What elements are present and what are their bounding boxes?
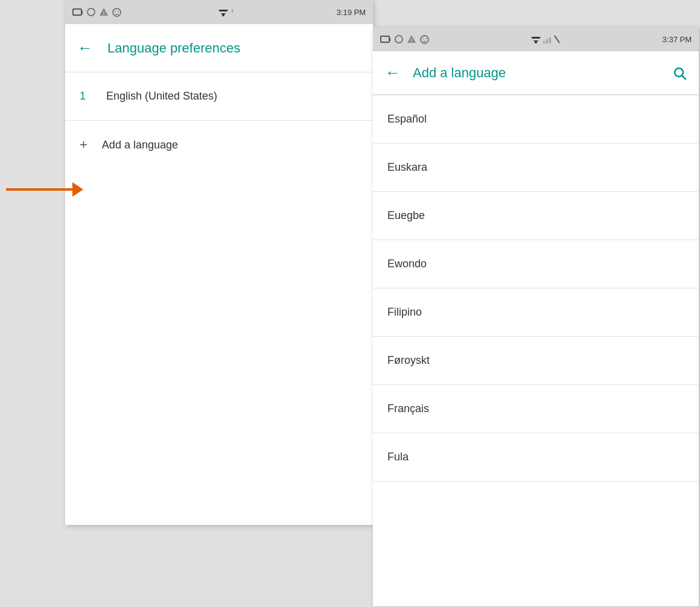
language-list-item-name: Euegbe xyxy=(387,209,425,222)
back-button-left[interactable]: ← xyxy=(77,39,93,57)
language-list-item-name: Français xyxy=(387,402,429,415)
face-icon-right xyxy=(420,35,429,44)
svg-point-5 xyxy=(113,8,121,16)
language-list-item[interactable]: Ewondo xyxy=(373,240,699,288)
page-title-right: Add a language xyxy=(413,65,506,81)
language-list-item-name: Føroyskt xyxy=(387,354,430,367)
language-list-item[interactable]: Føroyskt xyxy=(373,337,699,385)
left-panel: ! 3:19 PM ← xyxy=(65,0,373,525)
status-signal-right xyxy=(531,35,560,43)
language-list-item[interactable]: Euskara xyxy=(373,144,699,192)
svg-rect-13 xyxy=(381,36,389,42)
rect-icon xyxy=(72,8,83,16)
svg-point-19 xyxy=(422,38,424,39)
language-list-item[interactable]: Fula xyxy=(373,433,699,481)
language-item-english[interactable]: 1 English (United States) xyxy=(65,72,373,121)
svg-point-6 xyxy=(115,11,116,12)
language-list-right: EspañolEuskaraEuegbeEwondoFilipinoFøroys… xyxy=(373,95,699,606)
language-list-item-name: Euskara xyxy=(387,161,427,174)
language-name-english: English (United States) xyxy=(106,90,217,103)
signal-bars-right xyxy=(543,35,552,43)
app-bar-right-left: ← Add a language xyxy=(385,63,506,82)
language-list-item[interactable]: Filipino xyxy=(373,288,699,337)
status-icons-signal xyxy=(218,8,239,16)
status-time-right: 3:37 PM xyxy=(663,35,692,44)
rect-icon-right xyxy=(380,36,391,43)
right-panel: ! 3 xyxy=(373,27,699,606)
arrow-annotation xyxy=(6,182,83,197)
status-icons-right-left: ! xyxy=(380,34,429,44)
svg-point-18 xyxy=(421,36,428,43)
plus-icon: + xyxy=(80,137,88,153)
signal-icon xyxy=(231,8,239,16)
svg-rect-27 xyxy=(549,37,551,43)
svg-rect-25 xyxy=(543,41,545,43)
language-number: 1 xyxy=(80,90,92,103)
arrow-line xyxy=(6,188,72,191)
search-icon[interactable] xyxy=(672,66,687,80)
svg-line-30 xyxy=(682,75,686,79)
svg-point-2 xyxy=(88,8,95,16)
status-time-left: 3:19 PM xyxy=(337,8,366,17)
arrow-head xyxy=(72,182,83,197)
warning-icon: ! xyxy=(99,7,109,17)
language-list-item-name: Filipino xyxy=(387,306,422,319)
language-list-item[interactable]: Français xyxy=(373,385,699,433)
svg-point-7 xyxy=(118,11,119,12)
add-language-label: Add a language xyxy=(102,139,178,151)
language-list-item-name: Español xyxy=(387,113,427,126)
back-button-right[interactable]: ← xyxy=(385,63,401,82)
svg-text:!: ! xyxy=(103,10,105,16)
svg-line-28 xyxy=(555,36,559,43)
wifi-icon-right xyxy=(531,35,541,43)
wifi-icon xyxy=(218,8,228,16)
language-list-item[interactable]: Español xyxy=(373,95,699,144)
language-list-item-name: Ewondo xyxy=(387,258,427,270)
status-icons-left: ! xyxy=(72,7,121,17)
language-list-item-name: Fula xyxy=(387,451,409,463)
language-list-item[interactable]: Euegbe xyxy=(373,192,699,240)
svg-point-20 xyxy=(425,38,427,39)
svg-rect-0 xyxy=(73,9,81,15)
circle-icon xyxy=(87,8,95,16)
svg-rect-26 xyxy=(546,39,548,43)
add-language-button[interactable]: + Add a language xyxy=(65,121,373,169)
no-signal-icon xyxy=(554,35,560,43)
page-title-left: Language preferences xyxy=(107,40,240,56)
status-bar-right: ! 3 xyxy=(373,27,699,51)
app-bar-left: ← Language preferences xyxy=(65,24,373,72)
warning-icon-right: ! xyxy=(407,34,416,44)
svg-text:!: ! xyxy=(411,37,413,43)
svg-rect-14 xyxy=(389,38,390,41)
app-bar-right: ← Add a language xyxy=(373,51,699,95)
circle-icon-right xyxy=(395,35,403,43)
svg-rect-1 xyxy=(81,11,83,14)
face-icon xyxy=(112,8,121,17)
svg-point-15 xyxy=(395,36,402,43)
status-bar-left: ! 3:19 PM xyxy=(65,0,373,24)
